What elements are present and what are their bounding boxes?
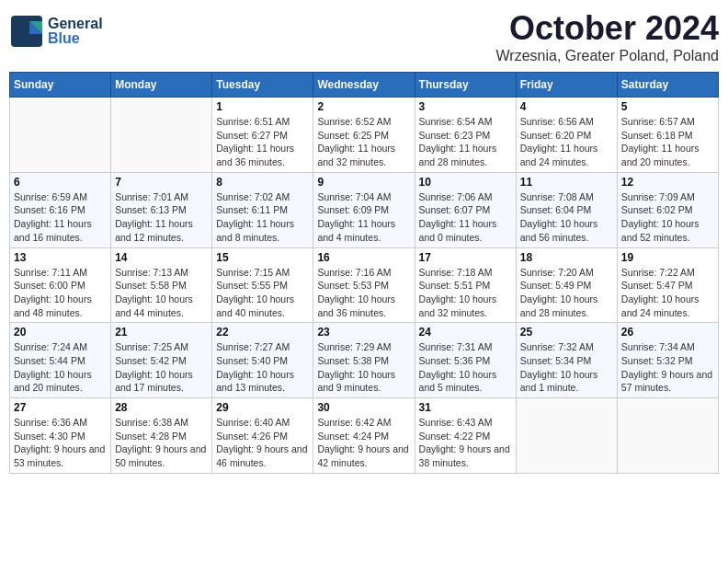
day-cell: 21Sunrise: 7:25 AMSunset: 5:42 PMDayligh…	[111, 323, 212, 398]
day-number: 29	[216, 401, 309, 414]
day-cell: 15Sunrise: 7:15 AMSunset: 5:55 PMDayligh…	[212, 247, 313, 323]
day-info: Sunrise: 6:40 AMSunset: 4:26 PMDaylight:…	[216, 416, 309, 470]
week-row-4: 20Sunrise: 7:24 AMSunset: 5:44 PMDayligh…	[10, 323, 719, 398]
day-cell: 7Sunrise: 7:01 AMSunset: 6:13 PMDaylight…	[111, 172, 212, 247]
day-number: 15	[216, 251, 309, 264]
logo: General Blue	[9, 14, 103, 49]
day-number: 20	[14, 326, 107, 339]
day-number: 6	[14, 176, 107, 189]
day-cell: 10Sunrise: 7:06 AMSunset: 6:07 PMDayligh…	[415, 172, 516, 247]
day-cell	[617, 398, 718, 474]
day-number: 2	[317, 100, 410, 113]
day-info: Sunrise: 6:56 AMSunset: 6:20 PMDaylight:…	[520, 115, 613, 169]
day-cell: 28Sunrise: 6:38 AMSunset: 4:28 PMDayligh…	[111, 398, 212, 474]
day-cell: 6Sunrise: 6:59 AMSunset: 6:16 PMDaylight…	[10, 172, 111, 247]
day-number: 13	[14, 251, 107, 264]
week-row-5: 27Sunrise: 6:36 AMSunset: 4:30 PMDayligh…	[10, 398, 719, 474]
day-cell: 27Sunrise: 6:36 AMSunset: 4:30 PMDayligh…	[10, 398, 111, 474]
day-info: Sunrise: 7:11 AMSunset: 6:00 PMDaylight:…	[14, 266, 107, 320]
header: General Blue October 2024 Wrzesnia, Grea…	[9, 9, 719, 64]
day-cell: 13Sunrise: 7:11 AMSunset: 6:00 PMDayligh…	[10, 247, 111, 323]
day-info: Sunrise: 7:02 AMSunset: 6:11 PMDaylight:…	[216, 190, 309, 245]
day-cell: 24Sunrise: 7:31 AMSunset: 5:36 PMDayligh…	[415, 323, 516, 398]
day-info: Sunrise: 7:06 AMSunset: 6:07 PMDaylight:…	[419, 190, 512, 245]
day-number: 31	[419, 401, 512, 414]
day-cell: 31Sunrise: 6:43 AMSunset: 4:22 PMDayligh…	[415, 398, 516, 474]
logo-blue: Blue	[48, 31, 103, 46]
title-area: October 2024 Wrzesnia, Greater Poland, P…	[496, 9, 720, 64]
day-header-saturday: Saturday	[617, 73, 718, 98]
day-info: Sunrise: 6:57 AMSunset: 6:18 PMDaylight:…	[621, 115, 714, 169]
day-number: 27	[14, 401, 107, 414]
day-number: 3	[419, 100, 512, 113]
day-cell	[516, 398, 617, 474]
day-cell: 25Sunrise: 7:32 AMSunset: 5:34 PMDayligh…	[516, 323, 617, 398]
day-cell	[111, 98, 212, 173]
day-info: Sunrise: 7:09 AMSunset: 6:02 PMDaylight:…	[621, 190, 714, 245]
week-row-3: 13Sunrise: 7:11 AMSunset: 6:00 PMDayligh…	[10, 247, 719, 323]
day-cell: 29Sunrise: 6:40 AMSunset: 4:26 PMDayligh…	[212, 398, 313, 474]
day-info: Sunrise: 7:13 AMSunset: 5:58 PMDaylight:…	[115, 266, 208, 320]
day-number: 4	[520, 100, 613, 113]
day-number: 8	[216, 176, 309, 189]
day-cell: 17Sunrise: 7:18 AMSunset: 5:51 PMDayligh…	[415, 247, 516, 323]
day-cell: 19Sunrise: 7:22 AMSunset: 5:47 PMDayligh…	[617, 247, 718, 323]
day-cell: 8Sunrise: 7:02 AMSunset: 6:11 PMDaylight…	[212, 172, 313, 247]
day-header-thursday: Thursday	[415, 73, 516, 98]
day-info: Sunrise: 7:29 AMSunset: 5:38 PMDaylight:…	[317, 340, 410, 395]
day-info: Sunrise: 7:18 AMSunset: 5:51 PMDaylight:…	[419, 266, 512, 320]
week-row-1: 1Sunrise: 6:51 AMSunset: 6:27 PMDaylight…	[10, 98, 719, 173]
day-cell: 26Sunrise: 7:34 AMSunset: 5:32 PMDayligh…	[617, 323, 718, 398]
day-cell	[10, 98, 111, 173]
day-info: Sunrise: 7:08 AMSunset: 6:04 PMDaylight:…	[520, 190, 613, 245]
day-info: Sunrise: 7:01 AMSunset: 6:13 PMDaylight:…	[115, 190, 208, 245]
day-number: 19	[621, 251, 714, 264]
day-number: 9	[317, 176, 410, 189]
day-info: Sunrise: 6:51 AMSunset: 6:27 PMDaylight:…	[216, 115, 309, 169]
calendar: SundayMondayTuesdayWednesdayThursdayFrid…	[9, 72, 719, 474]
day-number: 23	[317, 326, 410, 339]
day-number: 5	[621, 100, 714, 113]
day-info: Sunrise: 7:25 AMSunset: 5:42 PMDaylight:…	[115, 340, 208, 395]
day-cell: 18Sunrise: 7:20 AMSunset: 5:49 PMDayligh…	[516, 247, 617, 323]
day-number: 26	[621, 326, 714, 339]
day-cell: 2Sunrise: 6:52 AMSunset: 6:25 PMDaylight…	[313, 98, 415, 173]
day-number: 22	[216, 326, 309, 339]
day-info: Sunrise: 7:22 AMSunset: 5:47 PMDaylight:…	[621, 266, 714, 320]
day-header-sunday: Sunday	[10, 73, 111, 98]
day-info: Sunrise: 7:16 AMSunset: 5:53 PMDaylight:…	[317, 266, 410, 320]
day-number: 21	[115, 326, 208, 339]
day-info: Sunrise: 6:38 AMSunset: 4:28 PMDaylight:…	[115, 416, 208, 470]
day-number: 16	[317, 251, 410, 264]
day-cell: 30Sunrise: 6:42 AMSunset: 4:24 PMDayligh…	[313, 398, 415, 474]
week-row-2: 6Sunrise: 6:59 AMSunset: 6:16 PMDaylight…	[10, 172, 719, 247]
calendar-header-row: SundayMondayTuesdayWednesdayThursdayFrid…	[10, 73, 719, 98]
day-info: Sunrise: 6:52 AMSunset: 6:25 PMDaylight:…	[317, 115, 410, 169]
location: Wrzesnia, Greater Poland, Poland	[496, 48, 720, 64]
day-number: 30	[317, 401, 410, 414]
day-info: Sunrise: 7:20 AMSunset: 5:49 PMDaylight:…	[520, 266, 613, 320]
day-cell: 23Sunrise: 7:29 AMSunset: 5:38 PMDayligh…	[313, 323, 415, 398]
day-cell: 1Sunrise: 6:51 AMSunset: 6:27 PMDaylight…	[212, 98, 313, 173]
day-number: 14	[115, 251, 208, 264]
day-number: 28	[115, 401, 208, 414]
day-info: Sunrise: 6:36 AMSunset: 4:30 PMDaylight:…	[14, 416, 107, 470]
day-info: Sunrise: 6:43 AMSunset: 4:22 PMDaylight:…	[419, 416, 512, 470]
day-info: Sunrise: 7:24 AMSunset: 5:44 PMDaylight:…	[14, 340, 107, 395]
day-number: 17	[419, 251, 512, 264]
day-header-friday: Friday	[516, 73, 617, 98]
day-header-wednesday: Wednesday	[313, 73, 415, 98]
day-number: 10	[419, 176, 512, 189]
day-cell: 12Sunrise: 7:09 AMSunset: 6:02 PMDayligh…	[617, 172, 718, 247]
day-info: Sunrise: 7:32 AMSunset: 5:34 PMDaylight:…	[520, 340, 613, 395]
logo-icon	[9, 14, 44, 49]
day-info: Sunrise: 6:54 AMSunset: 6:23 PMDaylight:…	[419, 115, 512, 169]
day-number: 7	[115, 176, 208, 189]
month-title: October 2024	[496, 9, 720, 48]
day-info: Sunrise: 7:04 AMSunset: 6:09 PMDaylight:…	[317, 190, 410, 245]
day-info: Sunrise: 6:59 AMSunset: 6:16 PMDaylight:…	[14, 190, 107, 245]
day-cell: 4Sunrise: 6:56 AMSunset: 6:20 PMDaylight…	[516, 98, 617, 173]
day-number: 24	[419, 326, 512, 339]
logo-text: General Blue	[48, 17, 103, 46]
day-cell: 20Sunrise: 7:24 AMSunset: 5:44 PMDayligh…	[10, 323, 111, 398]
